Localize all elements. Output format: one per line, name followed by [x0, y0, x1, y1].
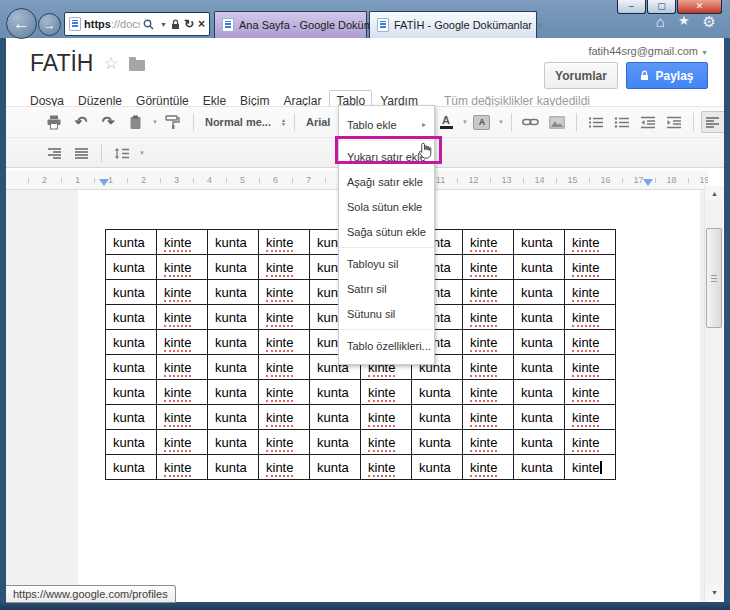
table-cell[interactable]: kinte — [361, 405, 412, 430]
scroll-down-icon[interactable]: ▼ — [705, 585, 724, 600]
star-document-icon[interactable]: ☆ — [103, 53, 118, 74]
table-cell[interactable]: kinte — [565, 230, 616, 255]
back-button[interactable]: ← — [6, 8, 37, 39]
scroll-up-icon[interactable]: ▲ — [705, 186, 724, 201]
table-cell[interactable]: kinte — [565, 255, 616, 280]
table-cell[interactable]: kunta — [310, 380, 361, 405]
table-cell[interactable]: kinte — [157, 255, 208, 280]
table-cell[interactable]: kunta — [310, 430, 361, 455]
vertical-scrollbar[interactable]: ▲ ▼ — [704, 186, 723, 600]
table-cell[interactable]: kinte — [259, 255, 310, 280]
table-cell[interactable]: kinte — [157, 355, 208, 380]
scrollbar-thumb[interactable] — [706, 228, 722, 328]
table-cell[interactable]: kinte — [565, 430, 616, 455]
comments-button[interactable]: Yorumlar — [544, 62, 618, 89]
align-left-icon[interactable] — [701, 111, 724, 133]
table-cell[interactable]: kinte — [361, 455, 412, 480]
table-cell[interactable]: kunta — [208, 430, 259, 455]
table-cell[interactable]: kinte — [463, 230, 514, 255]
table-cell[interactable]: kunta — [412, 455, 463, 480]
paint-format-icon[interactable] — [161, 111, 185, 133]
right-indent-marker[interactable] — [643, 179, 653, 186]
table-cell[interactable]: kunta — [514, 355, 565, 380]
account-menu[interactable]: fatih44srg@gmail.com ▼ — [588, 45, 708, 57]
table-cell[interactable]: kunta — [106, 280, 157, 305]
table-cell[interactable]: kunta — [514, 280, 565, 305]
share-button[interactable]: Paylaş — [626, 62, 708, 89]
table-cell[interactable]: kunta — [514, 430, 565, 455]
table-cell[interactable]: kunta — [310, 455, 361, 480]
line-spacing-icon[interactable] — [110, 142, 134, 164]
table-cell[interactable]: kinte — [157, 230, 208, 255]
table-cell[interactable]: kunta — [514, 380, 565, 405]
table-cell[interactable]: kinte — [259, 280, 310, 305]
table-cell[interactable]: kinte — [157, 405, 208, 430]
table-cell[interactable]: kunta — [106, 355, 157, 380]
text-color-caret-icon[interactable]: ▼ — [462, 119, 468, 125]
address-bar[interactable]: https://docs.goo... ▼ ↻ × — [64, 12, 210, 36]
table-cell[interactable]: kunta — [514, 255, 565, 280]
insert-image-icon[interactable] — [545, 111, 569, 133]
table-cell[interactable]: kunta — [412, 405, 463, 430]
table-cell[interactable]: kinte — [565, 305, 616, 330]
left-indent-marker[interactable] — [99, 179, 109, 186]
menu-item-tablo-ozellikleri[interactable]: Tablo özellikleri... — [339, 333, 434, 358]
menu-item-tabloyu-sil[interactable]: Tabloyu sil — [339, 251, 434, 276]
table-cell[interactable]: kinte — [157, 280, 208, 305]
table-cell[interactable]: kinte — [361, 430, 412, 455]
folder-icon[interactable] — [129, 60, 145, 71]
table-cell[interactable]: kunta — [106, 230, 157, 255]
table-cell[interactable]: kunta — [208, 380, 259, 405]
menu-item-sutunu-sil[interactable]: Sütunu sil — [339, 301, 434, 326]
table-cell[interactable]: kunta — [208, 455, 259, 480]
table-cell[interactable]: kunta — [514, 405, 565, 430]
search-icon[interactable] — [143, 19, 154, 30]
menu-item-asagi-satir-ekle[interactable]: Aşağı satır ekle — [339, 169, 434, 194]
table-cell[interactable]: kunta — [514, 330, 565, 355]
table-cell[interactable]: kunta — [514, 305, 565, 330]
table-cell[interactable]: kinte — [157, 305, 208, 330]
table-cell[interactable]: kinte — [463, 305, 514, 330]
insert-link-icon[interactable] — [519, 111, 543, 133]
close-window-button[interactable]: ✕ — [677, 0, 722, 14]
bulleted-list-icon[interactable] — [610, 111, 634, 133]
paste-caret-icon[interactable]: ▼ — [152, 119, 158, 125]
table-cell[interactable]: kinte — [157, 455, 208, 480]
stop-icon[interactable]: × — [198, 17, 205, 31]
numbered-list-icon[interactable] — [584, 111, 608, 133]
table-cell[interactable]: kunta — [106, 330, 157, 355]
align-right-icon[interactable] — [42, 142, 66, 164]
table-cell[interactable]: kinte — [157, 330, 208, 355]
table-cell[interactable]: kinte — [259, 455, 310, 480]
table-cell[interactable]: kinte — [157, 430, 208, 455]
table-cell[interactable]: kunta — [412, 430, 463, 455]
style-spinner-icon[interactable]: ▲▼ — [281, 118, 286, 126]
table-cell[interactable]: kinte — [463, 430, 514, 455]
menu-item-sola-sutun-ekle[interactable]: Sola sütun ekle — [339, 194, 434, 219]
refresh-icon[interactable]: ↻ — [184, 17, 194, 31]
table-cell[interactable]: kinte — [259, 355, 310, 380]
table-cell[interactable]: kinte — [565, 455, 616, 480]
table-cell[interactable]: kunta — [208, 255, 259, 280]
undo-icon[interactable]: ↶ — [69, 111, 93, 133]
table-cell[interactable]: kunta — [106, 430, 157, 455]
table-cell[interactable]: kinte — [259, 330, 310, 355]
table-cell[interactable]: kunta — [208, 330, 259, 355]
table-cell[interactable]: kunta — [208, 405, 259, 430]
table-cell[interactable]: kinte — [259, 305, 310, 330]
menu-item-saga-sutun-ekle[interactable]: Sağa sütun ekle — [339, 219, 434, 244]
decrease-indent-icon[interactable] — [636, 111, 660, 133]
tab-ana-sayfa[interactable]: Ana Sayfa - Google Dokümanlar × — [214, 11, 367, 38]
table-cell[interactable]: kunta — [106, 255, 157, 280]
menu-item-satiri-sil[interactable]: Satırı sil — [339, 276, 434, 301]
table-cell[interactable]: kunta — [208, 280, 259, 305]
table-cell[interactable]: kinte — [463, 280, 514, 305]
table-cell[interactable]: kinte — [463, 355, 514, 380]
table-cell[interactable]: kinte — [463, 255, 514, 280]
home-icon[interactable]: ⌂ — [656, 13, 665, 31]
table-cell[interactable]: kunta — [310, 405, 361, 430]
table-cell[interactable]: kinte — [565, 330, 616, 355]
justify-icon[interactable] — [69, 142, 93, 164]
table-cell[interactable]: kunta — [106, 405, 157, 430]
table-cell[interactable]: kinte — [463, 330, 514, 355]
